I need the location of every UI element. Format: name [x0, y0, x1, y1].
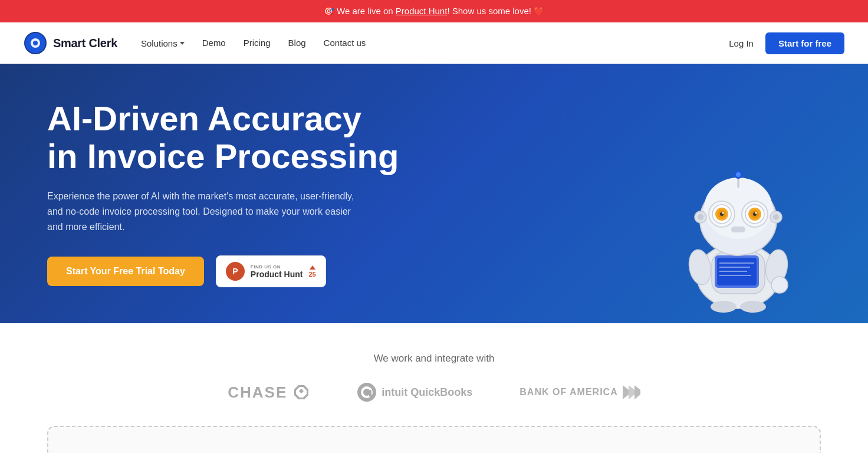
chase-octagon-icon	[293, 384, 310, 401]
navbar-right: Log In Start for free	[729, 32, 844, 54]
dropzone[interactable]: Drag and drop your invoice here to proce…	[47, 426, 821, 453]
nav-demo-label[interactable]: Demo	[202, 38, 226, 48]
hero-actions: Start Your Free Trial Today P FIND US ON…	[47, 255, 399, 287]
hero-section: AI-Driven Accuracy in Invoice Processing…	[0, 64, 868, 323]
top-banner: 🎯 We are live on Product Hunt! Show us s…	[0, 0, 868, 22]
product-hunt-badge[interactable]: P FIND US ON Product Hunt 25	[216, 255, 326, 287]
nav-solutions-label[interactable]: Solutions	[141, 38, 177, 48]
banner-text-after: ! Show us some love! ❤️	[447, 6, 545, 16]
quickbooks-logo: intuit QuickBooks	[357, 382, 472, 402]
navbar: Smart Clerk Solutions Demo Pricing Blog …	[0, 22, 868, 64]
nav-contact-label[interactable]: Contact us	[324, 38, 366, 48]
hero-title-line1: AI-Driven Accuracy	[47, 99, 361, 137]
logo-icon	[24, 31, 47, 55]
robot-svg	[656, 111, 821, 323]
nav-item-contact[interactable]: Contact us	[324, 38, 366, 48]
ph-text-block: FIND US ON Product Hunt	[251, 264, 303, 279]
ph-logo-icon: P	[226, 262, 245, 281]
boa-flag-icon	[623, 385, 640, 399]
svg-point-36	[773, 214, 779, 220]
nav-item-pricing[interactable]: Pricing	[244, 38, 271, 48]
ph-score: 25	[309, 265, 316, 278]
banner-text-before: 🎯 We are live on	[323, 6, 396, 16]
svg-point-29	[771, 277, 788, 293]
svg-point-19	[722, 212, 724, 214]
quickbooks-text: intuit QuickBooks	[382, 386, 472, 399]
integration-title: We work and integrate with	[47, 353, 821, 365]
nav-pricing-label[interactable]: Pricing	[244, 38, 271, 48]
svg-point-32	[736, 172, 741, 177]
integration-logos: CHASE intuit QuickBooks BANK OF AMERICA	[47, 382, 821, 402]
integration-section: We work and integrate with CHASE intuit …	[0, 323, 868, 426]
svg-point-37	[711, 301, 737, 313]
trial-button[interactable]: Start Your Free Trial Today	[47, 257, 204, 286]
svg-point-2	[33, 41, 38, 45]
start-free-button[interactable]: Start for free	[765, 32, 844, 54]
chase-logo: CHASE	[228, 383, 310, 402]
bank-of-america-logo: BANK OF AMERICA	[520, 385, 640, 399]
boa-text: BANK OF AMERICA	[520, 387, 617, 398]
nav-item-solutions[interactable]: Solutions	[141, 38, 185, 48]
logo[interactable]: Smart Clerk	[24, 31, 117, 55]
nav-blog-label[interactable]: Blog	[288, 38, 306, 48]
svg-point-38	[740, 301, 766, 313]
ph-find-text: FIND US ON	[251, 264, 303, 270]
nav-item-demo[interactable]: Demo	[202, 38, 226, 48]
hero-content: AI-Driven Accuracy in Invoice Processing…	[47, 100, 399, 287]
hero-title-line2: in Invoice Processing	[47, 137, 399, 175]
banner-product-hunt-link[interactable]: Product Hunt	[396, 6, 448, 16]
ph-arrow-up-icon	[310, 265, 315, 270]
navbar-left: Smart Clerk Solutions Demo Pricing Blog …	[24, 31, 366, 55]
logo-text: Smart Clerk	[53, 37, 117, 50]
nav-links: Solutions Demo Pricing Blog Contact us	[141, 38, 366, 48]
svg-point-25	[755, 212, 757, 214]
hero-title: AI-Driven Accuracy in Invoice Processing	[47, 100, 399, 175]
ph-score-value: 25	[309, 271, 316, 278]
login-button[interactable]: Log In	[729, 38, 754, 48]
chase-text: CHASE	[228, 383, 287, 402]
svg-rect-26	[731, 226, 745, 232]
ph-name: Product Hunt	[251, 270, 303, 279]
nav-item-blog[interactable]: Blog	[288, 38, 306, 48]
svg-rect-45	[369, 390, 371, 397]
hero-subtitle: Experience the power of AI with the mark…	[47, 189, 360, 234]
hero-robot-illustration	[644, 99, 833, 323]
dropzone-section: Drag and drop your invoice here to proce…	[0, 426, 868, 453]
chevron-down-icon	[180, 42, 185, 45]
svg-point-34	[698, 214, 703, 220]
quickbooks-icon	[357, 382, 377, 402]
